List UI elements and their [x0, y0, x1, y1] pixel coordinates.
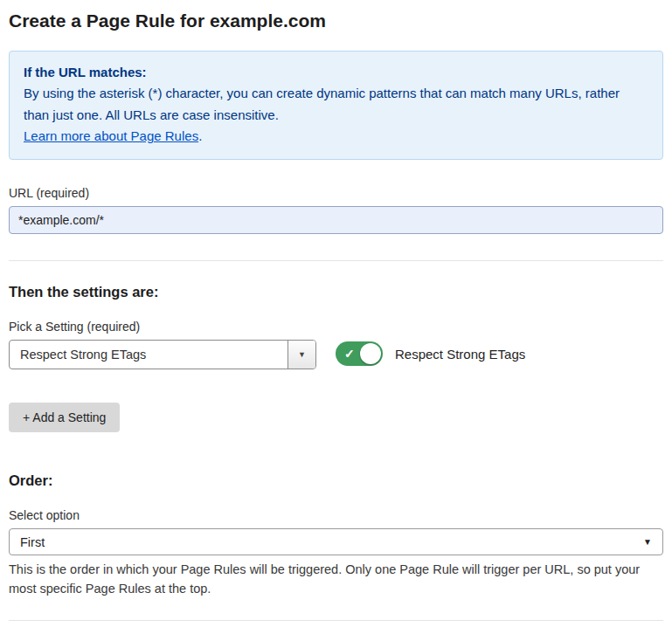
- etags-toggle[interactable]: ✓: [336, 341, 383, 366]
- order-section-heading: Order:: [9, 472, 663, 489]
- settings-section-heading: Then the settings are:: [9, 284, 663, 300]
- url-input[interactable]: [9, 206, 663, 234]
- order-help-text: This is the order in which your Page Rul…: [9, 561, 660, 599]
- order-select[interactable]: First ▼: [9, 528, 663, 555]
- order-select-label: Select option: [9, 508, 663, 522]
- chevron-down-icon: ▼: [643, 537, 652, 547]
- create-page-rule-form: Create a Page Rule for example.com If th…: [0, 0, 672, 627]
- setting-select-value: Respect Strong ETags: [10, 341, 288, 369]
- info-link-row: Learn more about Page Rules.: [24, 126, 648, 147]
- setting-select[interactable]: Respect Strong ETags ▼: [9, 340, 316, 369]
- add-setting-button[interactable]: + Add a Setting: [9, 403, 120, 432]
- section-divider: [9, 260, 663, 261]
- link-period: .: [198, 128, 202, 143]
- setting-row: Pick a Setting (required) Respect Strong…: [9, 320, 663, 369]
- footer-divider: [9, 620, 663, 621]
- check-icon: ✓: [344, 348, 355, 360]
- toggle-knob: [360, 343, 381, 364]
- setting-select-arrow-button[interactable]: ▼: [288, 341, 315, 369]
- url-field: URL (required): [9, 186, 663, 234]
- order-select-value: First: [20, 535, 45, 549]
- learn-more-link[interactable]: Learn more about Page Rules: [24, 128, 198, 143]
- url-label: URL (required): [9, 186, 663, 200]
- page-title: Create a Page Rule for example.com: [9, 10, 663, 31]
- url-match-info-box: If the URL matches: By using the asteris…: [9, 51, 663, 160]
- setting-picker-label: Pick a Setting (required): [9, 320, 316, 334]
- info-box-body: By using the asterisk (*) character, you…: [24, 83, 648, 126]
- setting-toggle-group: ✓ Respect Strong ETags: [336, 341, 525, 366]
- setting-picker: Pick a Setting (required) Respect Strong…: [9, 320, 316, 369]
- chevron-down-icon: ▼: [298, 350, 306, 359]
- toggle-label: Respect Strong ETags: [395, 347, 525, 362]
- info-box-heading: If the URL matches:: [24, 62, 648, 83]
